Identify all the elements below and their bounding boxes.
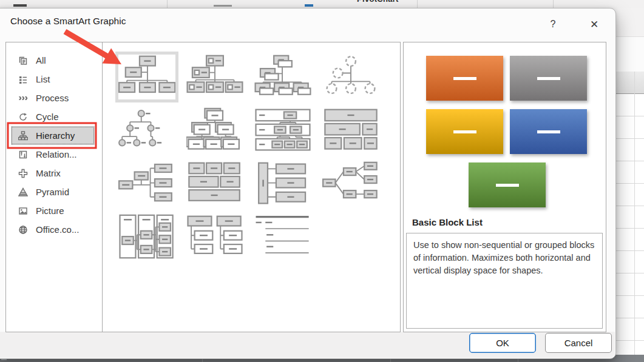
text-hierarchy-list-thumbnail-icon — [254, 214, 311, 260]
hierarchy-icon — [18, 131, 28, 141]
gallery-item-horizontal-organization-chart[interactable] — [115, 158, 178, 209]
cancel-button[interactable]: Cancel — [545, 333, 612, 353]
gallery-item-circle-hierarchy[interactable] — [115, 105, 178, 156]
vertical-bracket-hierarchy-thumbnail-icon — [254, 161, 311, 207]
category-label: Process — [36, 93, 69, 103]
category-item-cycle[interactable]: Cycle — [11, 107, 95, 126]
block-hierarchy-grid-thumbnail-icon — [186, 161, 243, 207]
preview-block-orange — [426, 56, 503, 101]
preview-block-gold — [426, 109, 503, 154]
category-label: Relation... — [36, 149, 77, 159]
gallery-item-name-title-organization-chart[interactable] — [183, 52, 246, 102]
matrix-icon — [18, 169, 28, 178]
gallery-item-picture-organization-chart[interactable] — [183, 105, 246, 156]
block-dash — [537, 130, 560, 133]
labeled-hierarchy-thumbnail-icon — [254, 107, 311, 153]
category-label: Pyramid — [36, 187, 69, 197]
excel-column-header — [613, 72, 644, 94]
category-item-matrix[interactable]: Matrix — [11, 164, 95, 183]
gallery-item-horizontal-multi-level-hierarchy[interactable] — [319, 158, 382, 209]
ribbon-divider — [553, 0, 554, 8]
preview-description: Use to show non-sequential or grouped bl… — [406, 233, 603, 329]
dialog-content-box: All List Process — [5, 42, 401, 332]
gallery-item-hanging-hierarchy-lists[interactable] — [183, 212, 246, 263]
organization-chart-thumbnail-icon — [118, 54, 175, 100]
category-label: Picture — [36, 206, 64, 216]
excel-sheet-background — [613, 8, 644, 355]
architecture-layout-thumbnail-icon — [118, 214, 175, 260]
globe-icon — [18, 225, 28, 235]
horizontal-multi-level-hierarchy-thumbnail-icon — [322, 161, 379, 207]
gallery-item-vertical-bracket-hierarchy[interactable] — [251, 158, 314, 209]
category-label: Matrix — [36, 168, 61, 178]
ribbon-divider — [167, 0, 168, 8]
ribbon-chart-icon-fragment — [305, 4, 313, 7]
ribbon-text-fragment — [214, 5, 232, 7]
horizontal-org-chart-thumbnail-icon — [118, 161, 175, 207]
table-hierarchy-thumbnail-icon — [322, 107, 379, 153]
offset-org-chart-thumbnail-icon — [254, 54, 311, 100]
category-item-office-com[interactable]: Office.co... — [11, 220, 95, 239]
category-item-pyramid[interactable]: Pyramid — [11, 183, 95, 201]
block-dash — [496, 184, 519, 187]
help-button[interactable]: ? — [544, 16, 562, 33]
ribbon-pivotchart-label: PivotChart — [357, 0, 399, 4]
preview-panel: Basic Block List Use to show non-sequent… — [403, 42, 606, 332]
pyramid-icon — [18, 187, 28, 197]
preview-block-green — [469, 163, 546, 207]
all-icon — [18, 56, 28, 65]
excel-gridline — [634, 72, 635, 355]
gallery-item-architecture-layout[interactable] — [115, 212, 178, 263]
block-dash — [453, 130, 476, 133]
cycle-icon — [18, 112, 28, 122]
block-dash — [537, 77, 560, 80]
category-item-relationship[interactable]: Relation... — [11, 145, 95, 164]
excel-ribbon-strip: PivotChart — [0, 0, 644, 8]
close-icon[interactable]: ✕ — [584, 16, 605, 33]
ribbon-divider — [417, 0, 418, 8]
preview-layout-name: Basic Block List — [412, 217, 483, 227]
category-label: Cycle — [36, 112, 59, 122]
layout-gallery — [103, 42, 400, 332]
name-title-org-chart-thumbnail-icon — [186, 54, 243, 100]
excel-grid-cells — [613, 94, 644, 355]
ok-button[interactable]: OK — [469, 333, 536, 353]
hanging-hierarchy-lists-thumbnail-icon — [186, 214, 243, 260]
category-label: Hierarchy — [36, 130, 75, 141]
gallery-item-labeled-hierarchy[interactable] — [251, 105, 314, 156]
picture-org-chart-thumbnail-icon — [186, 107, 243, 153]
category-label: List — [36, 74, 50, 84]
gallery-item-circle-organization-chart[interactable] — [319, 52, 382, 102]
gallery-item-block-hierarchy-grid[interactable] — [183, 158, 246, 209]
circle-org-chart-thumbnail-icon — [322, 54, 379, 100]
dialog-title: Choose a SmartArt Graphic — [10, 16, 126, 27]
screen: PivotChart Choose a SmartArt Graphic ? ✕ — [0, 0, 644, 362]
gallery-item-table-hierarchy[interactable] — [319, 105, 382, 156]
category-label: Office.co... — [36, 224, 79, 235]
category-item-hierarchy[interactable]: Hierarchy — [11, 126, 95, 145]
gallery-item-text-hierarchy-list[interactable] — [251, 212, 314, 263]
block-dash — [453, 77, 476, 80]
smartart-dialog: Choose a SmartArt Graphic ? ✕ All List — [0, 8, 616, 359]
gallery-item-organization-chart[interactable] — [115, 52, 178, 102]
category-item-all[interactable]: All — [11, 51, 95, 70]
preview-block-gray — [510, 56, 587, 101]
category-list: All List Process — [6, 42, 103, 332]
excel-ribbon-bottom — [613, 8, 644, 37]
category-label: All — [36, 55, 46, 65]
ribbon-icon-fragment — [13, 4, 27, 7]
gallery-item-offset-organization-chart[interactable] — [251, 52, 314, 102]
category-item-list[interactable]: List — [11, 70, 95, 89]
relationship-icon — [18, 150, 28, 159]
category-item-picture[interactable]: Picture — [11, 201, 95, 220]
process-icon — [18, 93, 28, 103]
list-icon — [18, 75, 28, 84]
circle-hierarchy-thumbnail-icon — [118, 107, 175, 153]
category-item-process[interactable]: Process — [11, 89, 95, 107]
picture-icon — [18, 206, 28, 216]
preview-block-blue — [510, 109, 587, 154]
